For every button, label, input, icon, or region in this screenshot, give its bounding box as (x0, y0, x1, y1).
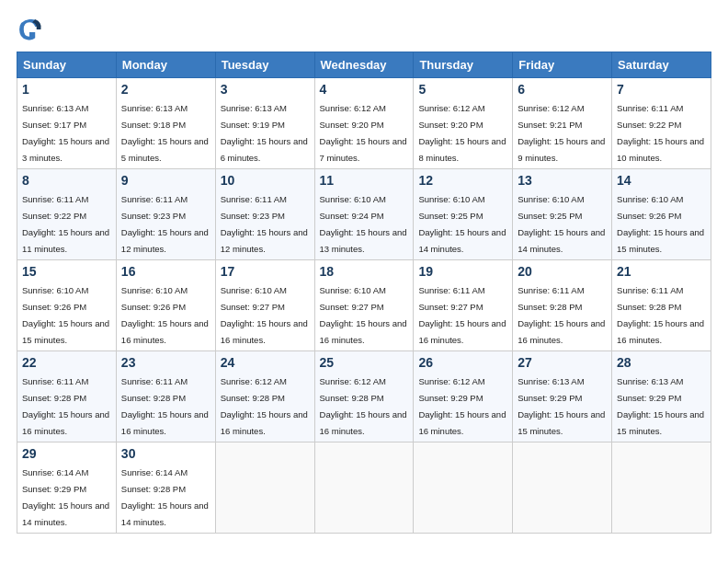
day-info: Sunrise: 6:12 AMSunset: 9:20 PMDaylight:… (320, 103, 407, 163)
calendar-cell: 10Sunrise: 6:11 AMSunset: 9:23 PMDayligh… (215, 169, 314, 260)
day-info: Sunrise: 6:10 AMSunset: 9:27 PMDaylight:… (320, 285, 407, 345)
day-info: Sunrise: 6:13 AMSunset: 9:19 PMDaylight:… (221, 103, 308, 163)
day-info: Sunrise: 6:12 AMSunset: 9:21 PMDaylight:… (518, 103, 605, 163)
day-info: Sunrise: 6:10 AMSunset: 9:24 PMDaylight:… (320, 194, 407, 254)
day-info: Sunrise: 6:12 AMSunset: 9:28 PMDaylight:… (320, 376, 407, 436)
day-info: Sunrise: 6:12 AMSunset: 9:20 PMDaylight:… (418, 103, 506, 163)
day-number: 15 (22, 264, 111, 279)
calendar-cell: 1Sunrise: 6:13 AMSunset: 9:17 PMDaylight… (17, 78, 117, 169)
calendar-cell: 11Sunrise: 6:10 AMSunset: 9:24 PMDayligh… (314, 169, 414, 260)
calendar-cell: 19Sunrise: 6:11 AMSunset: 9:27 PMDayligh… (414, 260, 513, 351)
day-info: Sunrise: 6:10 AMSunset: 9:25 PMDaylight:… (518, 194, 605, 254)
day-info: Sunrise: 6:10 AMSunset: 9:26 PMDaylight:… (121, 285, 209, 345)
day-number: 10 (221, 173, 310, 188)
calendar-header: SundayMondayTuesdayWednesdayThursdayFrid… (17, 52, 711, 78)
day-number: 23 (121, 355, 210, 370)
day-info: Sunrise: 6:10 AMSunset: 9:25 PMDaylight:… (418, 194, 506, 254)
day-number: 16 (121, 264, 210, 279)
day-number: 3 (221, 82, 310, 97)
day-number: 7 (617, 82, 706, 97)
logo (17, 17, 46, 42)
calendar-cell: 4Sunrise: 6:12 AMSunset: 9:20 PMDaylight… (314, 78, 414, 169)
calendar-cell: 13Sunrise: 6:10 AMSunset: 9:25 PMDayligh… (513, 169, 612, 260)
calendar-cell: 17Sunrise: 6:10 AMSunset: 9:27 PMDayligh… (215, 260, 314, 351)
day-number: 14 (617, 173, 706, 188)
calendar-cell: 22Sunrise: 6:11 AMSunset: 9:28 PMDayligh… (17, 351, 117, 442)
header-cell-sunday: Sunday (17, 52, 117, 78)
day-info: Sunrise: 6:11 AMSunset: 9:23 PMDaylight:… (121, 194, 209, 254)
header-row: SundayMondayTuesdayWednesdayThursdayFrid… (17, 52, 711, 78)
day-number: 22 (22, 355, 111, 370)
day-number: 2 (121, 82, 210, 97)
day-info: Sunrise: 6:11 AMSunset: 9:23 PMDaylight:… (221, 194, 308, 254)
calendar-cell (414, 442, 513, 534)
day-info: Sunrise: 6:14 AMSunset: 9:29 PMDaylight:… (22, 467, 109, 527)
day-number: 5 (418, 82, 507, 97)
header-cell-friday: Friday (513, 52, 612, 78)
calendar-cell: 24Sunrise: 6:12 AMSunset: 9:28 PMDayligh… (215, 351, 314, 442)
calendar-cell: 30Sunrise: 6:14 AMSunset: 9:28 PMDayligh… (116, 442, 215, 534)
calendar-cell: 2Sunrise: 6:13 AMSunset: 9:18 PMDaylight… (116, 78, 215, 169)
calendar-cell (215, 442, 314, 534)
calendar-cell: 16Sunrise: 6:10 AMSunset: 9:26 PMDayligh… (116, 260, 215, 351)
calendar-week-4: 22Sunrise: 6:11 AMSunset: 9:28 PMDayligh… (17, 351, 711, 442)
calendar-cell: 9Sunrise: 6:11 AMSunset: 9:23 PMDaylight… (116, 169, 215, 260)
header-cell-tuesday: Tuesday (215, 52, 314, 78)
day-info: Sunrise: 6:10 AMSunset: 9:27 PMDaylight:… (221, 285, 308, 345)
day-info: Sunrise: 6:10 AMSunset: 9:26 PMDaylight:… (22, 285, 109, 345)
day-number: 18 (320, 264, 409, 279)
day-info: Sunrise: 6:13 AMSunset: 9:29 PMDaylight:… (518, 376, 605, 436)
calendar-cell: 6Sunrise: 6:12 AMSunset: 9:21 PMDaylight… (513, 78, 612, 169)
day-number: 20 (518, 264, 607, 279)
day-info: Sunrise: 6:13 AMSunset: 9:29 PMDaylight:… (617, 376, 704, 436)
day-info: Sunrise: 6:14 AMSunset: 9:28 PMDaylight:… (121, 467, 209, 527)
day-info: Sunrise: 6:11 AMSunset: 9:28 PMDaylight:… (121, 376, 209, 436)
calendar-cell (513, 442, 612, 534)
day-number: 1 (22, 82, 111, 97)
calendar-table: SundayMondayTuesdayWednesdayThursdayFrid… (17, 52, 711, 534)
calendar-cell: 8Sunrise: 6:11 AMSunset: 9:22 PMDaylight… (17, 169, 117, 260)
day-info: Sunrise: 6:12 AMSunset: 9:28 PMDaylight:… (221, 376, 308, 436)
calendar-cell: 27Sunrise: 6:13 AMSunset: 9:29 PMDayligh… (513, 351, 612, 442)
day-number: 11 (320, 173, 409, 188)
calendar-week-5: 29Sunrise: 6:14 AMSunset: 9:29 PMDayligh… (17, 442, 711, 534)
day-number: 21 (617, 264, 706, 279)
day-info: Sunrise: 6:11 AMSunset: 9:22 PMDaylight:… (617, 103, 704, 163)
header-cell-wednesday: Wednesday (314, 52, 414, 78)
calendar-cell: 25Sunrise: 6:12 AMSunset: 9:28 PMDayligh… (314, 351, 414, 442)
day-number: 28 (617, 355, 706, 370)
calendar-cell (314, 442, 414, 534)
calendar-cell: 28Sunrise: 6:13 AMSunset: 9:29 PMDayligh… (612, 351, 711, 442)
day-number: 13 (518, 173, 607, 188)
calendar-cell: 26Sunrise: 6:12 AMSunset: 9:29 PMDayligh… (414, 351, 513, 442)
header (17, 17, 711, 42)
logo-icon (17, 17, 42, 42)
header-cell-monday: Monday (116, 52, 215, 78)
header-cell-saturday: Saturday (612, 52, 711, 78)
day-info: Sunrise: 6:13 AMSunset: 9:17 PMDaylight:… (22, 103, 109, 163)
day-number: 17 (221, 264, 310, 279)
header-cell-thursday: Thursday (414, 52, 513, 78)
day-number: 4 (320, 82, 409, 97)
calendar-cell: 29Sunrise: 6:14 AMSunset: 9:29 PMDayligh… (17, 442, 117, 534)
calendar-cell: 7Sunrise: 6:11 AMSunset: 9:22 PMDaylight… (612, 78, 711, 169)
day-number: 19 (418, 264, 507, 279)
calendar-cell: 18Sunrise: 6:10 AMSunset: 9:27 PMDayligh… (314, 260, 414, 351)
calendar-cell: 3Sunrise: 6:13 AMSunset: 9:19 PMDaylight… (215, 78, 314, 169)
day-number: 9 (121, 173, 210, 188)
calendar-cell: 20Sunrise: 6:11 AMSunset: 9:28 PMDayligh… (513, 260, 612, 351)
calendar-cell: 14Sunrise: 6:10 AMSunset: 9:26 PMDayligh… (612, 169, 711, 260)
calendar-body: 1Sunrise: 6:13 AMSunset: 9:17 PMDaylight… (17, 78, 711, 534)
calendar-cell (612, 442, 711, 534)
calendar-cell: 5Sunrise: 6:12 AMSunset: 9:20 PMDaylight… (414, 78, 513, 169)
day-info: Sunrise: 6:10 AMSunset: 9:26 PMDaylight:… (617, 194, 704, 254)
day-number: 30 (121, 446, 210, 461)
day-number: 6 (518, 82, 607, 97)
day-number: 25 (320, 355, 409, 370)
calendar-cell: 12Sunrise: 6:10 AMSunset: 9:25 PMDayligh… (414, 169, 513, 260)
day-info: Sunrise: 6:11 AMSunset: 9:28 PMDaylight:… (22, 376, 109, 436)
day-number: 8 (22, 173, 111, 188)
calendar-cell: 21Sunrise: 6:11 AMSunset: 9:28 PMDayligh… (612, 260, 711, 351)
calendar-week-3: 15Sunrise: 6:10 AMSunset: 9:26 PMDayligh… (17, 260, 711, 351)
day-info: Sunrise: 6:12 AMSunset: 9:29 PMDaylight:… (418, 376, 506, 436)
